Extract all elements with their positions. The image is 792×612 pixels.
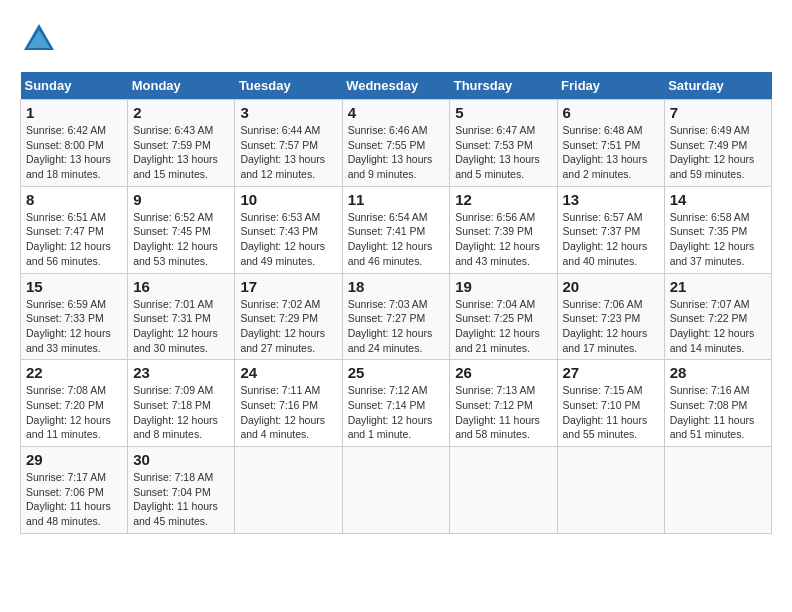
table-row: 14Sunrise: 6:58 AMSunset: 7:35 PMDayligh… xyxy=(664,186,771,273)
table-row: 17Sunrise: 7:02 AMSunset: 7:29 PMDayligh… xyxy=(235,273,342,360)
weekday-header-thursday: Thursday xyxy=(450,72,557,100)
day-info: Sunrise: 7:09 AMSunset: 7:18 PMDaylight:… xyxy=(133,383,229,442)
table-row: 28Sunrise: 7:16 AMSunset: 7:08 PMDayligh… xyxy=(664,360,771,447)
day-number: 8 xyxy=(26,191,122,208)
day-number: 26 xyxy=(455,364,551,381)
day-info: Sunrise: 6:58 AMSunset: 7:35 PMDaylight:… xyxy=(670,210,766,269)
day-info: Sunrise: 6:52 AMSunset: 7:45 PMDaylight:… xyxy=(133,210,229,269)
day-info: Sunrise: 6:42 AMSunset: 8:00 PMDaylight:… xyxy=(26,123,122,182)
day-number: 4 xyxy=(348,104,445,121)
table-row xyxy=(450,447,557,534)
day-number: 28 xyxy=(670,364,766,381)
weekday-header-monday: Monday xyxy=(128,72,235,100)
day-info: Sunrise: 7:02 AMSunset: 7:29 PMDaylight:… xyxy=(240,297,336,356)
page-header xyxy=(20,20,772,62)
day-info: Sunrise: 6:57 AMSunset: 7:37 PMDaylight:… xyxy=(563,210,659,269)
day-number: 12 xyxy=(455,191,551,208)
day-number: 20 xyxy=(563,278,659,295)
day-info: Sunrise: 7:06 AMSunset: 7:23 PMDaylight:… xyxy=(563,297,659,356)
table-row: 12Sunrise: 6:56 AMSunset: 7:39 PMDayligh… xyxy=(450,186,557,273)
table-row: 1Sunrise: 6:42 AMSunset: 8:00 PMDaylight… xyxy=(21,100,128,187)
day-info: Sunrise: 6:46 AMSunset: 7:55 PMDaylight:… xyxy=(348,123,445,182)
table-row: 22Sunrise: 7:08 AMSunset: 7:20 PMDayligh… xyxy=(21,360,128,447)
table-row: 16Sunrise: 7:01 AMSunset: 7:31 PMDayligh… xyxy=(128,273,235,360)
day-number: 23 xyxy=(133,364,229,381)
day-number: 19 xyxy=(455,278,551,295)
day-number: 30 xyxy=(133,451,229,468)
table-row: 19Sunrise: 7:04 AMSunset: 7:25 PMDayligh… xyxy=(450,273,557,360)
table-row: 15Sunrise: 6:59 AMSunset: 7:33 PMDayligh… xyxy=(21,273,128,360)
logo xyxy=(20,20,62,62)
day-info: Sunrise: 7:11 AMSunset: 7:16 PMDaylight:… xyxy=(240,383,336,442)
day-info: Sunrise: 7:04 AMSunset: 7:25 PMDaylight:… xyxy=(455,297,551,356)
table-row: 20Sunrise: 7:06 AMSunset: 7:23 PMDayligh… xyxy=(557,273,664,360)
day-info: Sunrise: 7:17 AMSunset: 7:06 PMDaylight:… xyxy=(26,470,122,529)
day-info: Sunrise: 6:44 AMSunset: 7:57 PMDaylight:… xyxy=(240,123,336,182)
day-info: Sunrise: 6:53 AMSunset: 7:43 PMDaylight:… xyxy=(240,210,336,269)
day-number: 24 xyxy=(240,364,336,381)
day-info: Sunrise: 6:56 AMSunset: 7:39 PMDaylight:… xyxy=(455,210,551,269)
table-row: 29Sunrise: 7:17 AMSunset: 7:06 PMDayligh… xyxy=(21,447,128,534)
day-info: Sunrise: 6:51 AMSunset: 7:47 PMDaylight:… xyxy=(26,210,122,269)
day-number: 29 xyxy=(26,451,122,468)
day-info: Sunrise: 6:47 AMSunset: 7:53 PMDaylight:… xyxy=(455,123,551,182)
weekday-header-friday: Friday xyxy=(557,72,664,100)
day-number: 17 xyxy=(240,278,336,295)
table-row: 13Sunrise: 6:57 AMSunset: 7:37 PMDayligh… xyxy=(557,186,664,273)
day-info: Sunrise: 7:16 AMSunset: 7:08 PMDaylight:… xyxy=(670,383,766,442)
table-row: 24Sunrise: 7:11 AMSunset: 7:16 PMDayligh… xyxy=(235,360,342,447)
table-row: 8Sunrise: 6:51 AMSunset: 7:47 PMDaylight… xyxy=(21,186,128,273)
day-info: Sunrise: 6:59 AMSunset: 7:33 PMDaylight:… xyxy=(26,297,122,356)
day-info: Sunrise: 7:01 AMSunset: 7:31 PMDaylight:… xyxy=(133,297,229,356)
day-number: 15 xyxy=(26,278,122,295)
day-info: Sunrise: 7:08 AMSunset: 7:20 PMDaylight:… xyxy=(26,383,122,442)
day-number: 5 xyxy=(455,104,551,121)
table-row xyxy=(235,447,342,534)
day-number: 7 xyxy=(670,104,766,121)
day-number: 11 xyxy=(348,191,445,208)
day-info: Sunrise: 7:13 AMSunset: 7:12 PMDaylight:… xyxy=(455,383,551,442)
day-info: Sunrise: 7:03 AMSunset: 7:27 PMDaylight:… xyxy=(348,297,445,356)
day-number: 21 xyxy=(670,278,766,295)
day-number: 3 xyxy=(240,104,336,121)
day-number: 6 xyxy=(563,104,659,121)
day-info: Sunrise: 7:18 AMSunset: 7:04 PMDaylight:… xyxy=(133,470,229,529)
calendar-table: SundayMondayTuesdayWednesdayThursdayFrid… xyxy=(20,72,772,534)
day-info: Sunrise: 6:54 AMSunset: 7:41 PMDaylight:… xyxy=(348,210,445,269)
weekday-header-tuesday: Tuesday xyxy=(235,72,342,100)
day-info: Sunrise: 6:48 AMSunset: 7:51 PMDaylight:… xyxy=(563,123,659,182)
table-row: 6Sunrise: 6:48 AMSunset: 7:51 PMDaylight… xyxy=(557,100,664,187)
table-row: 27Sunrise: 7:15 AMSunset: 7:10 PMDayligh… xyxy=(557,360,664,447)
day-number: 10 xyxy=(240,191,336,208)
table-row: 4Sunrise: 6:46 AMSunset: 7:55 PMDaylight… xyxy=(342,100,450,187)
table-row: 2Sunrise: 6:43 AMSunset: 7:59 PMDaylight… xyxy=(128,100,235,187)
day-number: 9 xyxy=(133,191,229,208)
table-row: 18Sunrise: 7:03 AMSunset: 7:27 PMDayligh… xyxy=(342,273,450,360)
day-number: 14 xyxy=(670,191,766,208)
weekday-header-wednesday: Wednesday xyxy=(342,72,450,100)
table-row xyxy=(557,447,664,534)
day-number: 27 xyxy=(563,364,659,381)
table-row: 26Sunrise: 7:13 AMSunset: 7:12 PMDayligh… xyxy=(450,360,557,447)
table-row xyxy=(342,447,450,534)
day-info: Sunrise: 6:49 AMSunset: 7:49 PMDaylight:… xyxy=(670,123,766,182)
day-info: Sunrise: 7:15 AMSunset: 7:10 PMDaylight:… xyxy=(563,383,659,442)
table-row: 21Sunrise: 7:07 AMSunset: 7:22 PMDayligh… xyxy=(664,273,771,360)
day-number: 22 xyxy=(26,364,122,381)
day-number: 1 xyxy=(26,104,122,121)
table-row: 7Sunrise: 6:49 AMSunset: 7:49 PMDaylight… xyxy=(664,100,771,187)
day-info: Sunrise: 7:07 AMSunset: 7:22 PMDaylight:… xyxy=(670,297,766,356)
table-row: 23Sunrise: 7:09 AMSunset: 7:18 PMDayligh… xyxy=(128,360,235,447)
day-number: 16 xyxy=(133,278,229,295)
day-number: 25 xyxy=(348,364,445,381)
table-row: 3Sunrise: 6:44 AMSunset: 7:57 PMDaylight… xyxy=(235,100,342,187)
weekday-header-saturday: Saturday xyxy=(664,72,771,100)
table-row: 11Sunrise: 6:54 AMSunset: 7:41 PMDayligh… xyxy=(342,186,450,273)
table-row: 9Sunrise: 6:52 AMSunset: 7:45 PMDaylight… xyxy=(128,186,235,273)
table-row: 30Sunrise: 7:18 AMSunset: 7:04 PMDayligh… xyxy=(128,447,235,534)
day-info: Sunrise: 7:12 AMSunset: 7:14 PMDaylight:… xyxy=(348,383,445,442)
day-number: 2 xyxy=(133,104,229,121)
table-row: 10Sunrise: 6:53 AMSunset: 7:43 PMDayligh… xyxy=(235,186,342,273)
day-info: Sunrise: 6:43 AMSunset: 7:59 PMDaylight:… xyxy=(133,123,229,182)
day-number: 13 xyxy=(563,191,659,208)
